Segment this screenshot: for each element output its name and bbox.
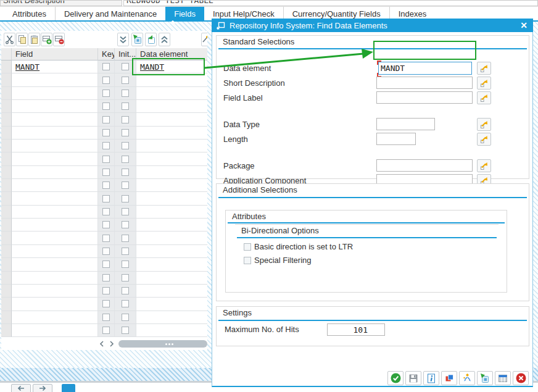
row-selector[interactable]	[1, 140, 12, 152]
field-label-input[interactable]	[376, 91, 473, 104]
header-data-element[interactable]: Data element	[136, 48, 207, 60]
data-element-multiselect-button[interactable]	[477, 62, 491, 75]
init-checkbox[interactable]	[122, 116, 129, 123]
data-element-cell[interactable]	[136, 127, 207, 140]
paste-button[interactable]	[28, 33, 40, 46]
data-element-cell[interactable]	[136, 100, 207, 113]
field-cell[interactable]	[12, 311, 98, 324]
save-button[interactable]	[405, 371, 421, 385]
key-checkbox[interactable]	[102, 129, 110, 136]
short-description-input[interactable]	[376, 77, 473, 89]
row-selector[interactable]	[1, 298, 12, 311]
field-cell[interactable]	[12, 192, 98, 205]
data-element-cell[interactable]	[136, 311, 207, 324]
header-init[interactable]: Init...	[115, 48, 136, 60]
length-multiselect-button[interactable]	[477, 133, 491, 146]
key-checkbox[interactable]	[102, 63, 110, 70]
insert-row-button[interactable]	[41, 33, 52, 46]
basic-direction-checkbox[interactable]	[244, 243, 251, 251]
key-checkbox[interactable]	[102, 195, 110, 202]
row-selector[interactable]	[1, 206, 12, 219]
insert-block-button[interactable]	[131, 33, 143, 46]
field-cell[interactable]	[12, 324, 98, 337]
data-element-cell[interactable]: MANDT	[136, 60, 207, 73]
init-checkbox[interactable]	[122, 221, 129, 228]
copy-block-button[interactable]	[145, 33, 157, 46]
field-cell[interactable]	[12, 206, 98, 219]
init-checkbox[interactable]	[122, 327, 129, 334]
special-filtering-checkbox[interactable]	[244, 257, 251, 264]
data-element-cell[interactable]	[136, 285, 207, 298]
data-element-cell[interactable]	[136, 152, 207, 165]
field-cell[interactable]	[12, 231, 98, 244]
row-selector[interactable]	[1, 285, 12, 298]
field-cell[interactable]	[12, 245, 98, 258]
data-type-multiselect-button[interactable]	[477, 118, 491, 131]
scrollbar-thumb[interactable]	[118, 340, 207, 348]
init-checkbox[interactable]	[122, 261, 129, 268]
data-element-cell[interactable]	[136, 324, 207, 337]
nav-forward-button[interactable]	[33, 384, 52, 392]
header-field[interactable]: Field	[12, 48, 98, 60]
init-checkbox[interactable]	[122, 235, 129, 242]
init-checkbox[interactable]	[122, 90, 129, 97]
row-selector[interactable]	[1, 100, 12, 113]
init-checkbox[interactable]	[122, 300, 129, 307]
copy-button[interactable]	[16, 33, 28, 46]
field-cell[interactable]	[12, 298, 98, 311]
row-selector[interactable]	[1, 113, 12, 126]
row-selector[interactable]	[1, 166, 12, 179]
continue-button[interactable]	[387, 371, 404, 385]
clipped-toolbar-button[interactable]	[201, 33, 207, 46]
row-selector[interactable]	[1, 127, 12, 140]
tab-fields[interactable]: Fields	[165, 7, 204, 20]
row-selector[interactable]	[1, 231, 12, 244]
init-checkbox[interactable]	[122, 287, 129, 294]
data-element-cell[interactable]	[136, 219, 207, 231]
key-checkbox[interactable]	[102, 181, 110, 189]
data-element-cell[interactable]	[136, 179, 207, 192]
field-cell[interactable]	[12, 258, 98, 271]
delete-row-button[interactable]	[53, 33, 65, 46]
data-element-cell[interactable]	[136, 113, 207, 126]
init-checkbox[interactable]	[122, 181, 129, 189]
field-cell[interactable]	[12, 152, 98, 165]
tab-attributes[interactable]: Attributes	[4, 7, 55, 20]
data-element-cell[interactable]	[136, 73, 207, 86]
row-selector[interactable]	[1, 219, 12, 231]
row-selector[interactable]	[1, 311, 12, 324]
scroll-left-button[interactable]	[97, 339, 107, 349]
init-checkbox[interactable]	[122, 274, 129, 281]
row-selector[interactable]	[1, 60, 12, 73]
row-selector[interactable]	[1, 324, 12, 337]
field-cell[interactable]	[12, 219, 98, 231]
init-checkbox[interactable]	[122, 102, 129, 110]
key-checkbox[interactable]	[102, 90, 110, 97]
init-checkbox[interactable]	[122, 77, 129, 84]
copy-selections-button[interactable]	[441, 371, 457, 385]
data-element-cell[interactable]	[136, 87, 207, 100]
key-checkbox[interactable]	[102, 327, 110, 334]
init-checkbox[interactable]	[122, 248, 129, 255]
get-variant-button[interactable]	[477, 371, 493, 385]
field-label-multiselect-button[interactable]	[477, 91, 491, 104]
row-selector[interactable]	[1, 272, 12, 285]
nav-back-button[interactable]	[11, 384, 31, 392]
init-checkbox[interactable]	[122, 129, 129, 136]
field-cell[interactable]	[12, 113, 98, 126]
init-checkbox[interactable]	[122, 195, 129, 202]
field-cell[interactable]	[12, 87, 98, 100]
key-checkbox[interactable]	[102, 287, 110, 294]
short-description-multiselect-button[interactable]	[477, 77, 491, 90]
row-selector[interactable]	[1, 152, 12, 165]
field-cell[interactable]	[12, 140, 98, 152]
package-input[interactable]	[376, 159, 473, 172]
data-element-cell[interactable]	[136, 272, 207, 285]
close-icon[interactable]: ✕	[518, 20, 529, 31]
key-checkbox[interactable]	[102, 314, 110, 321]
data-element-cell[interactable]	[136, 258, 207, 271]
data-element-cell[interactable]	[136, 245, 207, 258]
expand-all-button[interactable]	[159, 33, 170, 46]
init-checkbox[interactable]	[122, 169, 129, 176]
length-input[interactable]	[376, 133, 416, 145]
